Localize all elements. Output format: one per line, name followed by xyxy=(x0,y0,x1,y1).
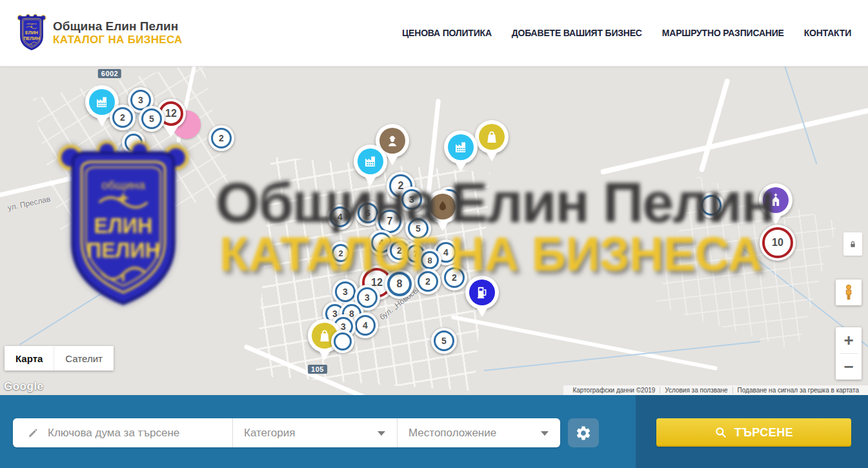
shopping-bag-pin-marker[interactable] xyxy=(475,120,509,154)
main-nav: ЦЕНОВА ПОЛИТИКА ДОБАВЕТЕ ВАШИЯТ БИЗНЕС М… xyxy=(402,28,851,38)
church-icon xyxy=(763,187,789,213)
church-pin-marker[interactable] xyxy=(759,183,792,217)
fuel-icon xyxy=(469,280,495,305)
cluster-marker[interactable]: 4 xyxy=(352,312,378,338)
chevron-down-icon xyxy=(541,431,549,436)
search-icon xyxy=(714,426,727,439)
factory-pin-marker[interactable] xyxy=(444,130,478,164)
flame-pin-marker[interactable] xyxy=(426,190,459,223)
cluster-marker[interactable]: 5 xyxy=(431,328,457,354)
factory-pin-marker[interactable] xyxy=(354,145,387,178)
flame-icon xyxy=(430,194,456,219)
search-bar: Категория Местоположение ТЪРСЕНЕ xyxy=(0,395,868,468)
terms-link[interactable]: Условия за ползване xyxy=(660,387,732,394)
cluster-marker[interactable]: 3 xyxy=(399,187,425,212)
factory-icon xyxy=(358,148,383,174)
cluster-marker[interactable]: 2 xyxy=(415,269,441,294)
pencil-icon xyxy=(27,427,39,439)
nav-item-add-business[interactable]: ДОБАВЕТЕ ВАШИЯТ БИЗНЕС xyxy=(512,28,642,38)
pegman-icon xyxy=(840,283,858,301)
search-field-group: Категория Местоположение xyxy=(13,418,560,447)
cluster-marker[interactable] xyxy=(122,131,145,154)
keyword-input[interactable] xyxy=(46,426,197,440)
report-error-link[interactable]: Подаване на сигнал за грешка в картата xyxy=(732,387,863,394)
svg-text:община: община xyxy=(27,22,37,25)
map-attribution: Картографски данни ©2019 Условия за полз… xyxy=(563,385,868,395)
page: община ЕЛИН ПЕЛИН Община Елин Пелин КАТА… xyxy=(0,0,868,468)
header: община ЕЛИН ПЕЛИН Община Елин Пелин КАТА… xyxy=(0,0,868,66)
street-label: ул. Преслав xyxy=(7,194,52,212)
cluster-marker[interactable]: 5 xyxy=(405,216,431,241)
satellite-view-button[interactable]: Сателит xyxy=(54,346,114,371)
cluster-marker[interactable] xyxy=(331,330,354,353)
google-logo[interactable]: Google xyxy=(4,380,44,393)
zoom-in-button[interactable]: + xyxy=(836,327,862,353)
advanced-settings-button[interactable] xyxy=(568,418,599,447)
svg-text:ПЕЛИН: ПЕЛИН xyxy=(23,36,39,41)
lock-button[interactable] xyxy=(843,232,862,256)
cluster-marker[interactable] xyxy=(698,192,724,218)
nav-item-contacts[interactable]: КОНТАКТИ xyxy=(804,28,851,38)
lock-icon xyxy=(848,239,858,249)
cluster-marker[interactable]: 5 xyxy=(139,106,165,132)
location-select-value: Местоположение xyxy=(409,427,496,440)
road-shield: 6002 xyxy=(98,69,121,78)
cluster-marker[interactable]: 2 xyxy=(441,265,467,290)
cluster-marker[interactable]: 2 xyxy=(208,125,234,151)
keyword-field[interactable] xyxy=(13,418,232,447)
zoom-out-button[interactable]: − xyxy=(836,354,862,380)
search-button-label: ТЪРСЕНЕ xyxy=(734,426,794,440)
site-logo[interactable]: община ЕЛИН ПЕЛИН Община Елин Пелин КАТА… xyxy=(17,14,183,52)
search-button[interactable]: ТЪРСЕНЕ xyxy=(656,418,851,447)
cluster-marker[interactable]: 2 xyxy=(329,241,352,265)
map-type-control: Карта Сателит xyxy=(5,346,114,371)
cluster-marker[interactable]: 4 xyxy=(327,204,353,230)
attribution-copyright: Картографски данни ©2019 xyxy=(568,387,660,394)
cluster-marker[interactable]: 10 xyxy=(760,225,796,261)
factory-icon xyxy=(448,134,474,160)
chevron-down-icon xyxy=(378,431,385,436)
fuel-pin-marker[interactable] xyxy=(465,276,499,309)
map[interactable]: 3251222356475422784221283338345106002105… xyxy=(0,66,868,395)
category-select-value: Категория xyxy=(244,427,295,440)
site-subtitle: КАТАЛОГ НА БИЗНЕСА xyxy=(53,34,183,46)
map-view-button[interactable]: Карта xyxy=(5,346,54,371)
site-title: Община Елин Пелин xyxy=(53,19,183,34)
nav-item-route-schedule[interactable]: МАРШРУТНО РАЗПИСАНИЕ xyxy=(662,28,784,38)
nav-item-pricing[interactable]: ЦЕНОВА ПОЛИТИКА xyxy=(402,28,492,38)
cluster-marker[interactable]: 8 xyxy=(385,269,414,299)
category-select[interactable]: Категория xyxy=(232,418,397,447)
map-markers: 3251222356475422784221283338345106002105… xyxy=(0,66,868,395)
worker-icon xyxy=(379,128,405,154)
gear-icon xyxy=(575,425,592,442)
municipality-crest-icon: община ЕЛИН ПЕЛИН xyxy=(17,14,46,52)
zoom-control: + − xyxy=(836,327,862,380)
svg-text:ЕЛИН: ЕЛИН xyxy=(25,30,38,36)
pegman-control[interactable] xyxy=(836,280,862,305)
cluster-marker[interactable]: 2 xyxy=(110,105,136,130)
location-select[interactable]: Местоположение xyxy=(397,418,560,447)
road-shield: 105 xyxy=(308,365,327,374)
shopping-bag-icon xyxy=(479,124,505,150)
